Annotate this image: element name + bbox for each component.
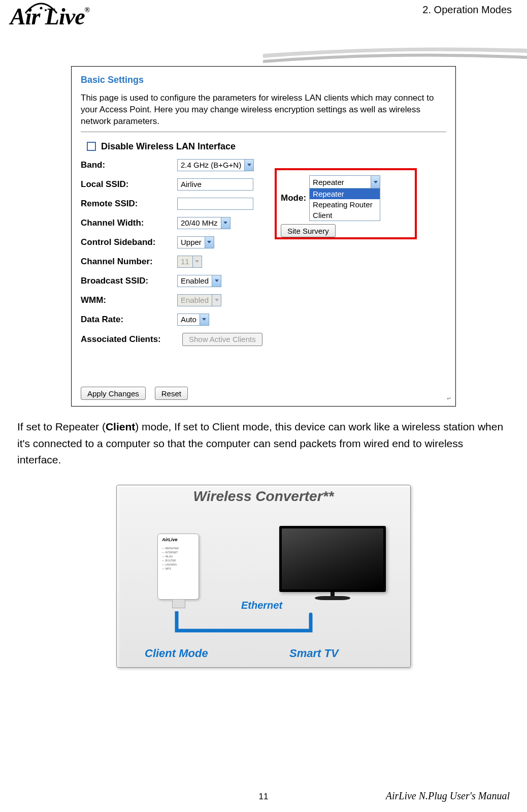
body-text-pre: If set to Repeater ( [17,421,106,432]
mode-options-list: Repeater Repeating Router Client [310,188,380,221]
chevron-down-icon [212,295,221,306]
chapter-title: 2. Operation Modes [422,4,512,16]
site-survey-button[interactable]: Site Survery [281,224,336,237]
basic-settings-title: Basic Settings [81,75,446,85]
data-rate-value: Auto [178,315,200,324]
channel-width-select[interactable]: 20/40 MHz [177,217,230,229]
corner-marker-icon: ↵ [447,395,451,402]
chevron-down-icon [192,256,202,267]
smart-tv-label: Smart TV [289,647,339,660]
logo-text: Air Live [10,4,85,29]
wmm-label: WMM: [81,295,177,305]
remote-ssid-label: Remote SSID: [81,199,177,209]
client-mode-label: Client Mode [145,647,208,660]
airlive-logo: Air Live® [10,3,147,30]
remote-ssid-input[interactable] [177,198,253,210]
body-paragraph: If set to Repeater (Client) mode, If set… [17,419,510,469]
data-rate-select[interactable]: Auto [177,314,209,326]
settings-description: This page is used to configure the param… [81,92,446,128]
show-active-clients-button: Show Active Clients [182,333,262,346]
mode-label: Mode: [281,193,306,203]
associated-clients-label: Associated Clients: [81,334,182,345]
channel-width-label: Channel Width: [81,218,177,228]
ethernet-cable-icon [173,611,315,635]
broadcast-ssid-select[interactable]: Enabled [177,275,221,287]
chevron-down-icon [200,314,209,325]
body-text-bold: Client [106,421,135,432]
wmm-select: Enabled [177,294,221,306]
channel-number-value: 11 [178,257,192,266]
band-select[interactable]: 2.4 GHz (B+G+N) [177,159,254,171]
disable-wlan-label: Disable Wireless LAN Interface [101,141,236,152]
plug-device-icon: AirLive — REPEATER— INTERNET— WLAN— ROUT… [157,534,213,615]
channel-number-label: Channel Number: [81,257,177,267]
chevron-down-icon [205,237,214,248]
control-sideband-label: Control Sideband: [81,237,177,247]
registered-icon: ® [85,6,89,14]
header-swoosh-icon [263,45,527,64]
chevron-down-icon [371,176,380,188]
divider [81,132,446,132]
mode-highlight-box: Mode: Repeater Repeater Repeating Router… [275,168,417,239]
chevron-down-icon [212,275,221,287]
manual-title: AirLive N.Plug User's Manual [386,790,510,802]
smart-tv-icon [279,526,386,601]
wmm-value: Enabled [178,296,212,304]
local-ssid-label: Local SSID: [81,179,177,190]
chevron-down-icon [221,217,230,229]
channel-width-value: 20/40 MHz [178,218,221,227]
local-ssid-input[interactable]: Airlive [177,178,253,191]
control-sideband-value: Upper [178,238,205,246]
control-sideband-select[interactable]: Upper [177,236,214,248]
mode-select[interactable]: Repeater Repeater Repeating Router Clien… [309,175,380,221]
diagram-title: Wireless Converter** [117,488,410,505]
mode-option-repeater[interactable]: Repeater [310,189,380,199]
channel-number-select: 11 [177,256,202,268]
broadcast-ssid-value: Enabled [178,276,212,285]
broadcast-ssid-label: Broadcast SSID: [81,276,177,286]
data-rate-label: Data Rate: [81,315,177,325]
mode-selected-value: Repeater [310,178,371,186]
mode-option-repeating-router[interactable]: Repeating Router [310,199,380,210]
chevron-down-icon [244,160,253,171]
mode-option-client[interactable]: Client [310,210,380,221]
disable-wlan-checkbox[interactable] [87,142,96,151]
ethernet-label: Ethernet [241,600,282,611]
settings-screenshot: Basic Settings This page is used to conf… [71,66,456,407]
reset-button[interactable]: Reset [155,387,188,400]
band-value: 2.4 GHz (B+G+N) [178,161,244,169]
band-label: Band: [81,160,177,170]
plug-logo-text: AirLive [162,537,178,542]
apply-changes-button[interactable]: Apply Changes [81,387,146,400]
wireless-converter-diagram: Wireless Converter** AirLive — REPEATER—… [116,485,411,668]
